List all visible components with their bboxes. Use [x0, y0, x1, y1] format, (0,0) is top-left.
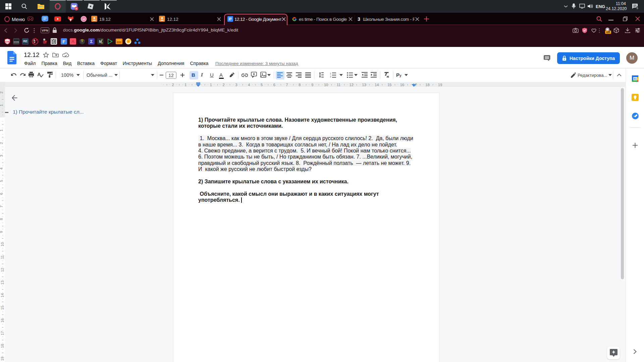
- svg-text:М: М: [99, 40, 102, 44]
- svg-text:Σ: Σ: [90, 39, 93, 44]
- svg-text:31: 31: [634, 77, 637, 80]
- svg-text:off: off: [606, 31, 610, 34]
- svg-text:КИНО: КИНО: [14, 41, 18, 43]
- svg-text:RE: RE: [23, 40, 28, 43]
- svg-text:F: F: [63, 39, 65, 44]
- svg-text:A: A: [71, 39, 74, 44]
- svg-text:OS: OS: [5, 40, 9, 43]
- svg-text:5: 5: [636, 6, 638, 9]
- svg-text:твій: твій: [83, 18, 85, 20]
- svg-text:2: 2: [330, 75, 331, 78]
- svg-text:1: 1: [330, 72, 331, 75]
